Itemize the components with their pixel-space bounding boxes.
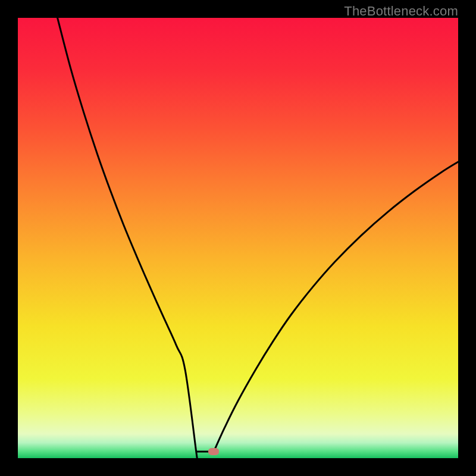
optimum-marker xyxy=(208,448,219,455)
watermark-text: TheBottleneck.com xyxy=(344,4,458,19)
plot-background xyxy=(18,18,458,458)
plot-frame xyxy=(18,18,458,458)
plot-svg xyxy=(18,18,458,458)
